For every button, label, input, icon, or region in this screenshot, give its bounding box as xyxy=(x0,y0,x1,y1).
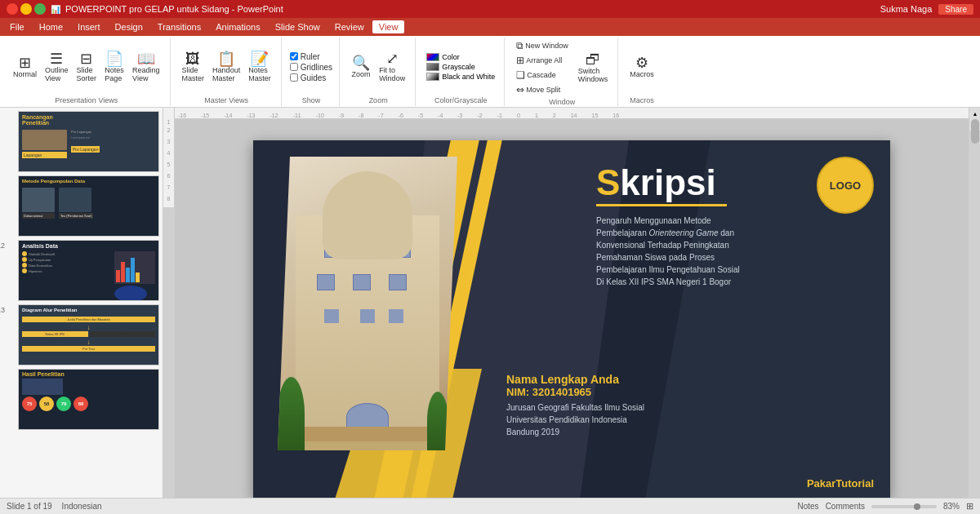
master-view-buttons: 🖼 SlideMaster 📋 HandoutMaster 📝 NotesMas… xyxy=(179,39,274,95)
menu-animations[interactable]: Animations xyxy=(209,20,266,33)
ruler-v-mark: 5 xyxy=(167,162,171,173)
outline-view-button[interactable]: ☰ OutlineView xyxy=(42,50,72,84)
flow-box-2: Kelas XII IPS xyxy=(22,331,88,337)
menu-review[interactable]: Review xyxy=(328,20,371,33)
scroll-up-button[interactable]: ▲ xyxy=(969,108,980,119)
window-group-label: Window xyxy=(549,96,575,106)
macros-label: Macros xyxy=(630,70,654,78)
slide-right-content: LOGO Skripsi Pengaruh Menggunaan Metode … xyxy=(596,157,874,298)
flow-box-4: Pre Test xyxy=(22,346,155,352)
app-icon: 📊 xyxy=(51,5,60,14)
menu-insert[interactable]: Insert xyxy=(71,20,107,33)
slide-master-button[interactable]: 🖼 SlideMaster xyxy=(179,50,208,84)
cascade-button[interactable]: ❑ Cascade xyxy=(513,69,572,82)
ruler-h-mark: -8 xyxy=(359,113,363,118)
ruler-v-mark: 8 xyxy=(167,196,171,207)
slide-container: LOGO Skripsi Pengaruh Menggunaan Metode … xyxy=(175,119,969,498)
share-button[interactable]: Share xyxy=(938,4,973,15)
ruler-vertical: 1 2 3 4 5 6 7 8 xyxy=(163,108,175,207)
ribbon-group-color: Color Grayscale Black and White Color/Gr… xyxy=(417,38,505,106)
notes-master-button[interactable]: 📝 NotesMaster xyxy=(245,50,274,84)
normal-view-icon: ⊞ xyxy=(19,55,31,70)
slide-thumb-12[interactable]: * 12 Analisis Data Statistik Deskriptif … xyxy=(3,240,159,301)
move-split-icon: ⇔ xyxy=(516,84,524,95)
grayscale-button[interactable]: Grayscale xyxy=(424,62,497,72)
move-split-button[interactable]: ⇔ Move Split xyxy=(513,83,572,96)
switch-windows-button[interactable]: 🗗 SwitchWindows xyxy=(575,51,612,85)
fit-window-button[interactable]: ⤢ Fit toWindow xyxy=(376,50,408,84)
slide-13-wrapper[interactable]: Diagram Alur Penelitian Judul Penelitian… xyxy=(18,304,159,366)
arrange-label: Arrange All xyxy=(526,56,562,64)
ruler-h-mark: -2 xyxy=(478,113,483,118)
circle-58: 58 xyxy=(39,397,54,411)
color-button[interactable]: Color xyxy=(424,52,497,62)
ruler-h-mark: 2 xyxy=(553,113,556,118)
ruler-h-mark: -12 xyxy=(270,113,278,118)
normal-view-button[interactable]: ⊞ Normal xyxy=(10,54,40,80)
arrange-icon: ⊞ xyxy=(516,55,524,66)
slide-panel[interactable]: 10 RancanganPenelitian Lapangan Pro Lapa… xyxy=(0,108,163,498)
menu-transitions[interactable]: Transitions xyxy=(151,20,207,33)
menu-file[interactable]: File xyxy=(3,20,31,33)
slide-12-wrapper[interactable]: Analisis Data Statistik Deskriptif Uji P… xyxy=(18,240,159,301)
menu-slideshow[interactable]: Slide Show xyxy=(269,20,327,33)
fit-page-button[interactable]: ⊞ xyxy=(966,501,973,512)
handout-master-button[interactable]: 📋 HandoutMaster xyxy=(209,50,243,84)
slide-thumb-13[interactable]: * 13 Diagram Alur Penelitian Judul Penel… xyxy=(3,304,159,366)
menu-home[interactable]: Home xyxy=(33,20,69,33)
ruler-h-mark: -7 xyxy=(378,113,383,118)
menu-design[interactable]: Design xyxy=(109,20,149,33)
gridlines-checkbox[interactable]: Gridlines xyxy=(290,62,332,73)
close-button[interactable] xyxy=(7,3,18,15)
zoom-button[interactable]: 🔍 Zoom xyxy=(348,54,374,80)
logo-circle: LOGO xyxy=(817,157,874,214)
slide-thumb-11[interactable]: 11 Metode Pengumpulan Data Dokumentasi T… xyxy=(3,175,159,237)
ruler-v-mark: 1 xyxy=(167,119,171,127)
slide-sorter-label: SlideSorter xyxy=(77,66,97,82)
slide-11-wrapper[interactable]: Metode Pengumpulan Data Dokumentasi Tes … xyxy=(18,175,159,237)
maximize-button[interactable] xyxy=(34,3,46,15)
comments-button[interactable]: Comments xyxy=(826,502,865,511)
switch-windows-label: SwitchWindows xyxy=(578,67,608,83)
color-label: Color xyxy=(442,53,460,61)
vertical-scrollbar[interactable]: ▲ ▼ xyxy=(969,108,980,131)
arrange-all-button[interactable]: ⊞ Arrange All xyxy=(513,54,572,67)
ruler-h-mark: -6 xyxy=(399,113,403,118)
grayscale-swatch xyxy=(426,63,439,71)
guides-checkbox[interactable]: Guides xyxy=(290,73,332,83)
status-left: Slide 1 of 19 Indonesian xyxy=(7,502,102,511)
author-name: Nama Lengkap Anda xyxy=(506,373,800,386)
slide-14-circles: 75 58 79 88 xyxy=(19,395,158,413)
slide-10-preview: RancanganPenelitian Lapangan Pro Lapanga… xyxy=(19,112,158,171)
zoom-slider[interactable] xyxy=(871,505,937,508)
macros-buttons: ⚙ Macros xyxy=(626,39,657,95)
new-window-button[interactable]: ⧉ New Window xyxy=(513,39,572,52)
zoom-percent: 83% xyxy=(943,502,960,511)
notes-page-label: NotesPage xyxy=(105,66,124,82)
scroll-thumb[interactable] xyxy=(971,119,979,144)
fit-window-label: Fit toWindow xyxy=(379,66,405,82)
branding-colored: Tutorial xyxy=(835,477,874,490)
circle-79: 79 xyxy=(56,397,71,411)
reading-view-button[interactable]: 📖 ReadingView xyxy=(129,50,163,84)
ruler-checkbox[interactable]: Ruler xyxy=(290,51,332,62)
notes-page-button[interactable]: 📄 NotesPage xyxy=(101,50,127,84)
menu-view[interactable]: View xyxy=(372,20,405,33)
slide-sorter-button[interactable]: ⊟ SlideSorter xyxy=(74,50,100,84)
slide-thumb-14[interactable]: 14 Hasil Penelitian 75 58 79 88 xyxy=(3,369,159,430)
pakar-tutorial: PakarTutorial xyxy=(807,477,874,490)
black-white-button[interactable]: Black and White xyxy=(424,72,497,82)
slide-14-wrapper[interactable]: Hasil Penelitian 75 58 79 88 xyxy=(18,369,159,430)
slide-master-icon: 🖼 xyxy=(185,51,200,66)
slide-thumb-10[interactable]: 10 RancanganPenelitian Lapangan Pro Lapa… xyxy=(3,111,159,172)
macros-button[interactable]: ⚙ Macros xyxy=(626,54,657,80)
canvas-area: 1 2 3 4 5 6 7 8 -16 -15 -14 -13 -12 -11 … xyxy=(163,108,980,498)
slide-10-wrapper[interactable]: RancanganPenelitian Lapangan Pro Lapanga… xyxy=(18,111,159,172)
ruler-h-mark: -16 xyxy=(178,113,186,118)
zoom-thumb[interactable] xyxy=(914,503,920,510)
move-split-label: Move Split xyxy=(526,86,560,94)
notes-button[interactable]: Notes xyxy=(798,502,819,511)
minimize-button[interactable] xyxy=(20,3,32,15)
main-slide[interactable]: LOGO Skripsi Pengaruh Menggunaan Metode … xyxy=(253,140,890,498)
ruler-horizontal: -16 -15 -14 -13 -12 -11 -10 -9 -8 -7 -6 … xyxy=(175,108,969,119)
